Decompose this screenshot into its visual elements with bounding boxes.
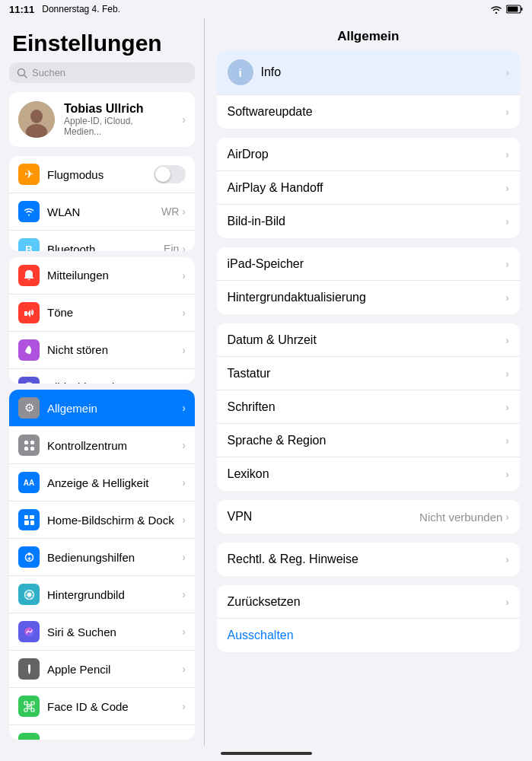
rechtl-label: Rechtl. & Reg. Hinweise	[228, 552, 506, 566]
tastatur-chevron: ›	[505, 368, 509, 380]
content-spacer	[205, 661, 533, 677]
info-circle: i	[228, 59, 253, 85]
svg-rect-19	[30, 521, 34, 525]
bluetooth-value: Ein	[164, 243, 179, 251]
kontrollzentrum-chevron: ›	[182, 439, 186, 451]
home-chevron: ›	[182, 514, 186, 526]
sidebar-item-toene[interactable]: Töne ›	[9, 295, 195, 332]
svg-point-6	[30, 110, 43, 123]
content-item-tastatur[interactable]: Tastatur ›	[217, 357, 521, 390]
svg-rect-12	[24, 441, 28, 444]
softwareupdate-chevron: ›	[505, 106, 509, 118]
vpn-chevron: ›	[505, 511, 509, 523]
content-item-sprache[interactable]: Sprache & Region ›	[217, 424, 521, 457]
face-id-label: Face ID & Code	[47, 700, 182, 713]
sidebar-item-home[interactable]: Home-Bildschirm & Dock ›	[9, 501, 195, 539]
content-item-softwareupdate[interactable]: Softwareupdate ›	[217, 95, 521, 129]
content-item-airdrop[interactable]: AirDrop ›	[217, 138, 521, 171]
hintergrundbild-label: Hintergrundbild	[47, 588, 182, 601]
sidebar-item-wlan[interactable]: WLAN WR ›	[9, 193, 195, 231]
bluetooth-chevron: ›	[182, 243, 186, 251]
content-item-zuruecksetzen[interactable]: Zurücksetzen ›	[217, 585, 521, 619]
content-item-airplay[interactable]: AirPlay & Handoff ›	[217, 171, 521, 205]
svg-rect-28	[28, 664, 30, 672]
svg-line-4	[24, 75, 27, 78]
content-item-lexikon[interactable]: Lexikon ›	[217, 457, 521, 491]
batterie-icon	[18, 733, 40, 740]
kontrollzentrum-icon	[18, 435, 40, 456]
user-profile[interactable]: Tobias Ullrich Apple-ID, iCloud, Medien.…	[9, 92, 195, 147]
softwareupdate-label: Softwareupdate	[228, 105, 506, 119]
allgemein-chevron: ›	[182, 402, 186, 414]
home-label: Home-Bildschirm & Dock	[47, 514, 182, 527]
status-date: Donnerstag 4. Feb.	[42, 4, 120, 14]
tastatur-label: Tastatur	[228, 367, 506, 380]
bedienungshilfen-chevron: ›	[182, 551, 186, 563]
sidebar-item-batterie[interactable]: Batterie ›	[9, 725, 195, 740]
datum-chevron: ›	[505, 334, 509, 346]
datum-group: Datum & Uhrzeit › Tastatur › Schriften ›…	[217, 323, 521, 491]
face-id-chevron: ›	[182, 700, 186, 712]
nicht-stoeren-icon	[18, 339, 40, 361]
sidebar-item-bildschirmzeit[interactable]: Bildschirmzeit ›	[9, 369, 195, 384]
sidebar-item-hintergrundbild[interactable]: Hintergrundbild ›	[9, 576, 195, 613]
content-item-ausschalten[interactable]: Ausschalten	[217, 619, 521, 652]
content-item-rechtl[interactable]: Rechtl. & Reg. Hinweise ›	[217, 543, 521, 576]
svg-point-9	[24, 383, 33, 384]
avatar	[18, 101, 55, 138]
anzeige-icon: AA	[18, 472, 40, 493]
svg-rect-2	[521, 8, 523, 11]
lexikon-chevron: ›	[505, 468, 509, 480]
ipad-speicher-group: iPad-Speicher › Hintergrundaktualisierun…	[217, 247, 521, 314]
search-bar[interactable]: Suchen	[9, 62, 195, 83]
content-panel: Allgemein i Info › Softwareupdate › AirD…	[205, 18, 533, 746]
content-item-hintergrund[interactable]: Hintergrundaktualisierung ›	[217, 281, 521, 314]
siri-label: Siri & Suchen	[47, 626, 182, 638]
kontrollzentrum-label: Kontrollzentrum	[47, 439, 182, 452]
flugmodus-toggle[interactable]	[154, 165, 186, 183]
wlan-chevron: ›	[182, 205, 186, 218]
home-indicator	[0, 746, 532, 761]
airplay-label: AirPlay & Handoff	[228, 181, 506, 195]
sidebar-item-allgemein[interactable]: ⚙ Allgemein ›	[9, 390, 195, 427]
sidebar-item-face-id[interactable]: Face ID & Code ›	[9, 688, 195, 725]
toene-icon	[18, 302, 40, 323]
sidebar-item-nicht-stoeren[interactable]: Nicht stören ›	[9, 332, 195, 369]
content-item-info[interactable]: i Info ›	[217, 50, 521, 95]
rechtl-group: Rechtl. & Reg. Hinweise ›	[217, 543, 521, 576]
sidebar-item-anzeige[interactable]: AA Anzeige & Helligkeit ›	[9, 464, 195, 501]
sprache-label: Sprache & Region	[228, 434, 506, 447]
sprache-chevron: ›	[505, 435, 509, 447]
content-item-bild-in-bild[interactable]: Bild-in-Bild ›	[217, 205, 521, 238]
vpn-label: VPN	[228, 510, 420, 524]
ipad-speicher-chevron: ›	[505, 258, 509, 270]
batterie-chevron: ›	[182, 737, 186, 740]
sidebar-item-bluetooth[interactable]: B Bluetooth Ein ›	[9, 231, 195, 251]
sidebar-item-siri[interactable]: Siri & Suchen ›	[9, 613, 195, 651]
datum-label: Datum & Uhrzeit	[228, 333, 506, 347]
zuruecksetzen-label: Zurücksetzen	[228, 595, 506, 609]
hintergrund-label: Hintergrundaktualisierung	[228, 291, 506, 304]
vpn-group: VPN Nicht verbunden ›	[217, 500, 521, 533]
content-item-vpn[interactable]: VPN Nicht verbunden ›	[217, 500, 521, 533]
bild-in-bild-label: Bild-in-Bild	[228, 215, 506, 228]
rechtl-chevron: ›	[505, 553, 509, 565]
sidebar-item-mitteilungen[interactable]: Mitteilungen ›	[9, 257, 195, 295]
toene-chevron: ›	[182, 307, 186, 319]
sidebar-item-kontrollzentrum[interactable]: Kontrollzentrum ›	[9, 427, 195, 464]
sidebar-item-flugmodus[interactable]: ✈ Flugmodus	[9, 156, 195, 193]
bildschirmzeit-chevron: ›	[182, 381, 186, 384]
content-item-datum[interactable]: Datum & Uhrzeit ›	[217, 323, 521, 357]
sidebar-item-bedienungshilfen[interactable]: Bedienungshilfen ›	[9, 539, 195, 576]
content-item-ipad-speicher[interactable]: iPad-Speicher ›	[217, 247, 521, 281]
schriften-chevron: ›	[505, 401, 509, 413]
home-icon	[18, 509, 40, 530]
apple-pencil-chevron: ›	[182, 663, 186, 675]
zuruecksetzen-group: Zurücksetzen › Ausschalten	[217, 585, 521, 652]
sidebar-item-apple-pencil[interactable]: Apple Pencil ›	[9, 651, 195, 688]
bildschirmzeit-label: Bildschirmzeit	[47, 380, 182, 384]
svg-rect-32	[24, 708, 27, 712]
content-item-schriften[interactable]: Schriften ›	[217, 390, 521, 424]
flugmodus-label: Flugmodus	[47, 168, 154, 181]
bluetooth-icon: B	[18, 238, 40, 251]
